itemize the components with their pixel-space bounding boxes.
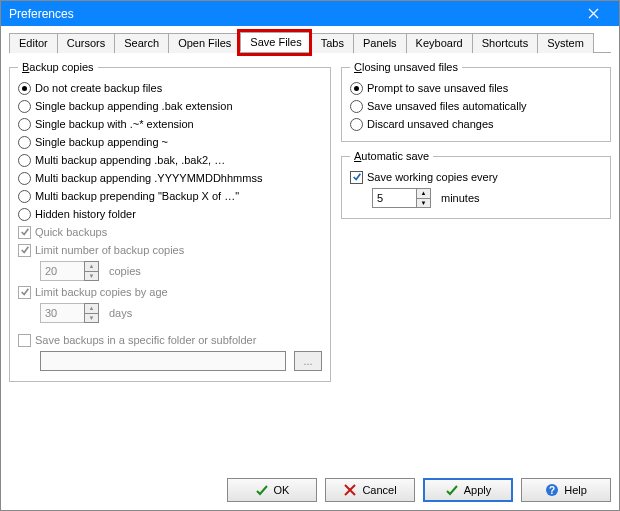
radio-label: Single backup with .~* extension xyxy=(35,118,194,130)
tab-shortcuts[interactable]: Shortcuts xyxy=(472,33,538,53)
autosave-spinner-row: ▲▼ minutes xyxy=(350,186,602,210)
quick-backups-label: Quick backups xyxy=(35,226,107,238)
limit-age-spinner: ▲▼ xyxy=(40,303,99,323)
limit-age-spinner-row: ▲▼ days xyxy=(18,301,322,325)
backup-folder-label: Save backups in a specific folder or sub… xyxy=(35,334,256,346)
backup-radio-row[interactable]: Hidden history folder xyxy=(18,205,322,223)
ok-button[interactable]: OK xyxy=(227,478,317,502)
closing-radio-row[interactable]: Prompt to save unsaved files xyxy=(350,79,602,97)
backup-folder-input-row: ... xyxy=(18,349,322,373)
limit-copies-input xyxy=(40,261,84,281)
tab-editor[interactable]: Editor xyxy=(9,33,58,53)
tab-save-files[interactable]: Save Files xyxy=(240,32,311,52)
tab-search[interactable]: Search xyxy=(114,33,169,53)
backup-group: Backup copies Do not create backup files… xyxy=(9,61,331,382)
spinner-up-icon[interactable]: ▲ xyxy=(417,189,430,199)
tab-keyboard[interactable]: Keyboard xyxy=(406,33,473,53)
radio-label: Multi backup prepending "Backup X of …" xyxy=(35,190,239,202)
quick-backups-row: Quick backups xyxy=(18,223,322,241)
window-title: Preferences xyxy=(9,7,74,21)
tab-system[interactable]: System xyxy=(537,33,594,53)
radio-label: Multi backup appending .bak, .bak2, … xyxy=(35,154,225,166)
closing-legend: Closing unsaved files xyxy=(350,61,462,73)
tab-open-files[interactable]: Open Files xyxy=(168,33,241,53)
limit-copies-spinner: ▲▼ xyxy=(40,261,99,281)
backup-radio-row[interactable]: Multi backup appending .YYYYMMDDhhmmss xyxy=(18,169,322,187)
radio-label: Single backup appending .bak extension xyxy=(35,100,233,112)
radio-icon[interactable] xyxy=(18,118,31,131)
limit-copies-unit: copies xyxy=(109,265,141,277)
backup-radio-row[interactable]: Single backup with .~* extension xyxy=(18,115,322,133)
radio-label: Do not create backup files xyxy=(35,82,162,94)
help-button[interactable]: ? Help xyxy=(521,478,611,502)
radio-icon[interactable] xyxy=(350,118,363,131)
autosave-spinner[interactable]: ▲▼ xyxy=(372,188,431,208)
dialog-content: EditorCursorsSearchOpen FilesSave FilesT… xyxy=(1,26,619,470)
spinner-down-icon: ▼ xyxy=(85,272,98,281)
tab-cursors[interactable]: Cursors xyxy=(57,33,116,53)
apply-button[interactable]: Apply xyxy=(423,478,513,502)
limit-age-checkbox xyxy=(18,286,31,299)
check-icon xyxy=(445,483,459,497)
radio-label: Single backup appending ~ xyxy=(35,136,168,148)
backup-radio-row[interactable]: Multi backup prepending "Backup X of …" xyxy=(18,187,322,205)
button-bar: OK Cancel Apply ? Help xyxy=(1,470,619,510)
radio-icon[interactable] xyxy=(18,100,31,113)
panes: Backup copies Do not create backup files… xyxy=(9,61,611,466)
spinner-up-icon: ▲ xyxy=(85,262,98,272)
titlebar: Preferences xyxy=(1,1,619,26)
limit-age-label: Limit backup copies by age xyxy=(35,286,168,298)
limit-age-unit: days xyxy=(109,307,132,319)
quick-backups-checkbox xyxy=(18,226,31,239)
limit-copies-row: Limit number of backup copies xyxy=(18,241,322,259)
help-icon: ? xyxy=(545,483,559,497)
autosave-group: Automatic save Save working copies every… xyxy=(341,150,611,219)
tab-row: EditorCursorsSearchOpen FilesSave FilesT… xyxy=(9,32,611,53)
x-icon xyxy=(343,483,357,497)
limit-copies-checkbox xyxy=(18,244,31,257)
limit-copies-label: Limit number of backup copies xyxy=(35,244,184,256)
autosave-checkbox[interactable] xyxy=(350,171,363,184)
autosave-row: Save working copies every xyxy=(350,168,602,186)
backup-folder-input xyxy=(40,351,286,371)
tab-panels[interactable]: Panels xyxy=(353,33,407,53)
radio-icon[interactable] xyxy=(18,82,31,95)
autosave-legend: Automatic save xyxy=(350,150,433,162)
backup-folder-checkbox xyxy=(18,334,31,347)
radio-icon[interactable] xyxy=(18,208,31,221)
spinner-down-icon: ▼ xyxy=(85,314,98,323)
backup-radio-row[interactable]: Single backup appending ~ xyxy=(18,133,322,151)
autosave-unit: minutes xyxy=(441,192,480,204)
radio-label: Prompt to save unsaved files xyxy=(367,82,508,94)
spinner-down-icon[interactable]: ▼ xyxy=(417,199,430,208)
closing-radio-row[interactable]: Save unsaved files automatically xyxy=(350,97,602,115)
radio-icon[interactable] xyxy=(350,82,363,95)
tab-row-wrap: EditorCursorsSearchOpen FilesSave FilesT… xyxy=(9,32,611,61)
backup-legend: Backup copies xyxy=(18,61,98,73)
autosave-input[interactable] xyxy=(372,188,416,208)
backup-radio-row[interactable]: Do not create backup files xyxy=(18,79,322,97)
radio-label: Hidden history folder xyxy=(35,208,136,220)
radio-label: Discard unsaved changes xyxy=(367,118,494,130)
tab-tabs[interactable]: Tabs xyxy=(311,33,354,53)
svg-text:?: ? xyxy=(549,485,555,496)
backup-radio-row[interactable]: Single backup appending .bak extension xyxy=(18,97,322,115)
spinner-up-icon: ▲ xyxy=(85,304,98,314)
radio-icon[interactable] xyxy=(350,100,363,113)
radio-icon[interactable] xyxy=(18,154,31,167)
limit-copies-spinner-row: ▲▼ copies xyxy=(18,259,322,283)
autosave-label: Save working copies every xyxy=(367,171,498,183)
radio-label: Multi backup appending .YYYYMMDDhhmmss xyxy=(35,172,262,184)
radio-icon[interactable] xyxy=(18,136,31,149)
backup-folder-row: Save backups in a specific folder or sub… xyxy=(18,331,322,349)
limit-age-input xyxy=(40,303,84,323)
cancel-button[interactable]: Cancel xyxy=(325,478,415,502)
radio-icon[interactable] xyxy=(18,172,31,185)
close-button[interactable] xyxy=(575,3,611,25)
radio-icon[interactable] xyxy=(18,190,31,203)
closing-radio-row[interactable]: Discard unsaved changes xyxy=(350,115,602,133)
right-column: Closing unsaved files Prompt to save uns… xyxy=(341,61,611,466)
backup-radio-row[interactable]: Multi backup appending .bak, .bak2, … xyxy=(18,151,322,169)
limit-age-row: Limit backup copies by age xyxy=(18,283,322,301)
left-column: Backup copies Do not create backup files… xyxy=(9,61,331,466)
